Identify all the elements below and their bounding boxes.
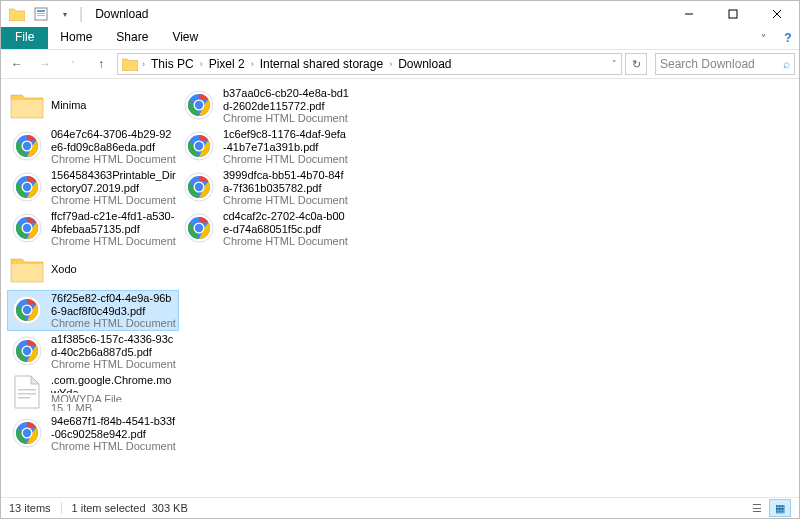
status-item-count: 13 items	[9, 502, 62, 514]
file-item[interactable]: b37aa0c6-cb20-4e8a-bd1d-2602de115772.pdf…	[179, 85, 351, 126]
file-item[interactable]: a1f385c6-157c-4336-93cd-40c2b6a887d5.pdf…	[7, 331, 179, 372]
svg-point-34	[23, 429, 31, 437]
file-item[interactable]: .com.google.Chrome.mowYdaMOWYDA File15.1…	[7, 372, 179, 413]
recent-locations-button[interactable]: ˅	[61, 52, 85, 76]
folder-item[interactable]: Xodo	[7, 249, 179, 290]
svg-point-46	[195, 183, 203, 191]
svg-rect-29	[18, 393, 36, 395]
crumb[interactable]: Internal shared storage	[258, 57, 385, 71]
chevron-right-icon[interactable]: ›	[138, 59, 149, 69]
chrome-icon	[9, 169, 45, 205]
folder-icon	[9, 87, 45, 123]
chevron-right-icon[interactable]: ›	[196, 59, 207, 69]
folder-item[interactable]: Minima	[7, 85, 179, 126]
address-dropdown-button[interactable]: ˅	[612, 59, 621, 69]
chrome-icon	[9, 415, 45, 451]
svg-rect-1	[37, 10, 45, 12]
svg-point-27	[23, 347, 31, 355]
search-placeholder: Search Download	[660, 57, 755, 71]
ribbon-expand-button[interactable]: ˅	[749, 27, 777, 49]
search-input[interactable]: Search Download ⌕	[655, 53, 795, 75]
svg-point-42	[195, 142, 203, 150]
svg-rect-30	[18, 397, 30, 399]
tab-view[interactable]: View	[160, 27, 210, 49]
chevron-right-icon[interactable]: ›	[385, 59, 396, 69]
minimize-button[interactable]	[667, 1, 711, 27]
svg-point-19	[23, 224, 31, 232]
item-name: 76f25e82-cf04-4e9a-96b6-9acf8f0c49d3.pdf	[51, 292, 177, 317]
item-type: Chrome HTML Document	[51, 194, 177, 206]
item-type: Chrome HTML Document	[51, 358, 177, 370]
item-name: 064e7c64-3706-4b29-92e6-fd09c8a86eda.pdf	[51, 128, 177, 153]
file-icon	[9, 374, 45, 410]
chrome-icon	[181, 128, 217, 164]
ribbon-tabs: File Home Share View ˅ ?	[1, 27, 799, 49]
item-name: 1c6ef9c8-1176-4daf-9efa-41b7e71a391b.pdf	[223, 128, 349, 153]
file-list[interactable]: Minima064e7c64-3706-4b29-92e6-fd09c8a86e…	[1, 81, 798, 496]
folder-icon	[122, 58, 138, 71]
forward-button[interactable]: →	[33, 52, 57, 76]
svg-point-23	[23, 306, 31, 314]
chrome-icon	[181, 169, 217, 205]
crumb[interactable]: Pixel 2	[207, 57, 247, 71]
search-icon: ⌕	[783, 57, 790, 71]
tab-file[interactable]: File	[1, 27, 48, 49]
view-switcher: ☰ ▦	[746, 499, 791, 517]
tab-share[interactable]: Share	[104, 27, 160, 49]
item-size: 15.1 MB	[51, 402, 177, 411]
folder-icon	[7, 4, 27, 24]
file-item[interactable]: ffcf79ad-c21e-4fd1-a530-4bfebaa57135.pdf…	[7, 208, 179, 249]
details-view-button[interactable]: ☰	[746, 499, 768, 517]
item-type: Chrome HTML Document	[223, 112, 349, 124]
chrome-icon	[181, 87, 217, 123]
file-item[interactable]: 94e687f1-f84b-4541-b33f-06c90258e942.pdf…	[7, 413, 179, 454]
tab-home[interactable]: Home	[48, 27, 104, 49]
file-item[interactable]: 76f25e82-cf04-4e9a-96b6-9acf8f0c49d3.pdf…	[7, 290, 179, 331]
help-button[interactable]: ?	[777, 27, 799, 49]
title-bar: ▾ | Download	[1, 1, 799, 27]
chrome-icon	[9, 292, 45, 328]
chrome-icon	[9, 333, 45, 369]
item-type: Chrome HTML Document	[51, 153, 177, 165]
chrome-icon	[9, 210, 45, 246]
item-type: MOWYDA File	[51, 393, 177, 402]
qat-properties-icon[interactable]	[31, 4, 51, 24]
svg-rect-28	[18, 389, 36, 391]
refresh-button[interactable]: ↻	[625, 53, 647, 75]
item-type: Chrome HTML Document	[51, 317, 177, 329]
item-type: Chrome HTML Document	[51, 440, 177, 452]
item-name: 94e687f1-f84b-4541-b33f-06c90258e942.pdf	[51, 415, 177, 440]
file-item[interactable]: 064e7c64-3706-4b29-92e6-fd09c8a86eda.pdf…	[7, 126, 179, 167]
maximize-button[interactable]	[711, 1, 755, 27]
file-item[interactable]: cd4caf2c-2702-4c0a-b00e-d74a68051f5c.pdf…	[179, 208, 351, 249]
item-name: 1564584363Printable_Directory07.2019.pdf	[51, 169, 177, 194]
item-type: Chrome HTML Document	[223, 235, 349, 247]
crumb[interactable]: Download	[396, 57, 453, 71]
svg-point-38	[195, 101, 203, 109]
item-name: b37aa0c6-cb20-4e8a-bd1d-2602de115772.pdf	[223, 87, 349, 112]
svg-rect-2	[37, 13, 45, 14]
item-name: .com.google.Chrome.mowYda	[51, 374, 177, 393]
up-button[interactable]: ↑	[89, 52, 113, 76]
qat-dropdown-icon[interactable]: ▾	[55, 4, 75, 24]
address-bar: ← → ˅ ↑ › This PC › Pixel 2 › Internal s…	[1, 49, 799, 79]
file-item[interactable]: 1c6ef9c8-1176-4daf-9efa-41b7e71a391b.pdf…	[179, 126, 351, 167]
item-name: Minima	[51, 99, 177, 112]
file-item[interactable]: 1564584363Printable_Directory07.2019.pdf…	[7, 167, 179, 208]
file-item[interactable]: 3999dfca-bb51-4b70-84fa-7f361b035782.pdf…	[179, 167, 351, 208]
item-type: Chrome HTML Document	[51, 235, 177, 247]
crumb[interactable]: This PC	[149, 57, 196, 71]
close-button[interactable]	[755, 1, 799, 27]
item-type: Chrome HTML Document	[223, 194, 349, 206]
folder-icon	[9, 251, 45, 287]
chevron-right-icon[interactable]: ›	[247, 59, 258, 69]
back-button[interactable]: ←	[5, 52, 29, 76]
item-name: ffcf79ad-c21e-4fd1-a530-4bfebaa57135.pdf	[51, 210, 177, 235]
svg-rect-5	[729, 10, 737, 18]
breadcrumb[interactable]: › This PC › Pixel 2 › Internal shared st…	[117, 53, 622, 75]
chrome-icon	[181, 210, 217, 246]
icons-view-button[interactable]: ▦	[769, 499, 791, 517]
item-name: 3999dfca-bb51-4b70-84fa-7f361b035782.pdf	[223, 169, 349, 194]
chrome-icon	[9, 128, 45, 164]
svg-rect-3	[37, 15, 45, 16]
